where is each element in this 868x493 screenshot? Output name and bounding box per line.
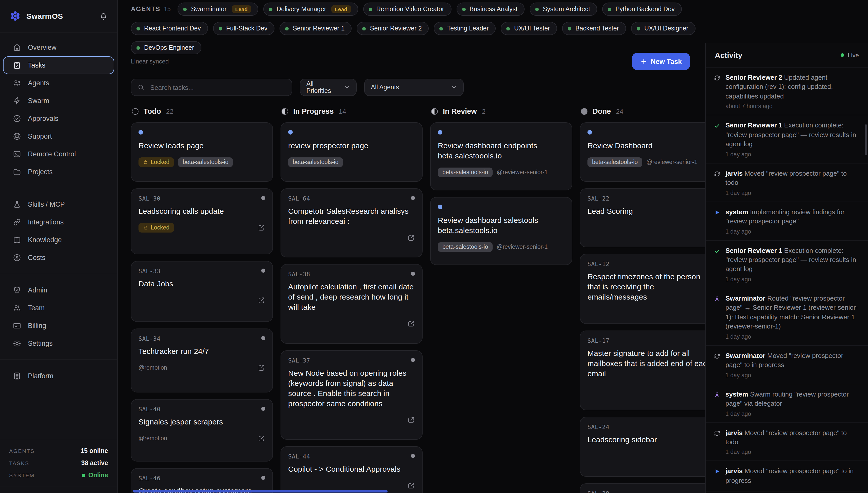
activity-play-icon <box>714 209 721 216</box>
agent-chip-system-architect[interactable]: System Architect <box>530 2 597 16</box>
agent-chip-python-backend-dev[interactable]: Python Backend Dev <box>602 2 682 16</box>
external-link-icon[interactable] <box>407 481 415 489</box>
agent-chip-remotion-video-creator[interactable]: Remotion Video Creator <box>363 2 451 16</box>
task-card[interactable]: SAL-29 <box>580 484 705 493</box>
card-id: SAL-34 <box>138 335 265 342</box>
task-card[interactable]: SAL-44Copilot - > Conditional Approvals <box>280 446 422 493</box>
search-input[interactable] <box>149 83 285 92</box>
task-card[interactable]: SAL-17Master signature to add for all ma… <box>580 330 705 410</box>
task-card[interactable]: SAL-40Signales jesper scrapers@remotion <box>131 399 273 462</box>
sidebar-item-team[interactable]: Team <box>3 299 114 317</box>
sidebar-item-label: Projects <box>28 168 53 176</box>
activity-item: Senior Reviewer 2 Updated agent configur… <box>706 67 868 115</box>
card-title: Autopilot calculation , first email date… <box>288 282 415 313</box>
sidebar-item-skills-mcp[interactable]: Skills / MCP <box>3 195 114 213</box>
task-card[interactable]: SAL-38Autopilot calculation , first emai… <box>280 264 422 344</box>
stat-label: AGENTS <box>9 448 35 454</box>
task-card[interactable]: SAL-64Competotr SalesResearch analisys f… <box>280 188 422 257</box>
terminal-icon <box>13 150 21 158</box>
agent-chip-testing-leader[interactable]: Testing Leader <box>434 22 496 35</box>
vertical-scrollbar[interactable] <box>865 124 867 155</box>
agent-chip-ux-ui-designer[interactable]: UX/UI Designer <box>631 22 695 35</box>
activity-actor: jarvis <box>726 429 743 436</box>
agent-chip-react-frontend-dev[interactable]: React Frontend Dev <box>131 22 208 35</box>
agent-chip-business-analyst[interactable]: Business Analyst <box>456 2 525 16</box>
agent-chip-backend-tester[interactable]: Backend Tester <box>562 22 626 35</box>
activity-panel: Activity Live Senior Reviewer 2 Updated … <box>705 43 868 493</box>
sidebar-item-remote-control[interactable]: Remote Control <box>3 145 114 163</box>
board-region: Linear synced New Task All Priorities <box>118 41 705 493</box>
agent-status-dot-icon <box>269 7 272 11</box>
new-task-button[interactable]: New Task <box>632 53 690 70</box>
sidebar-item-knowledge[interactable]: Knowledge <box>3 231 114 249</box>
task-card[interactable]: Review dashboard endpoints beta.salestoo… <box>430 122 572 190</box>
sidebar-item-settings[interactable]: Settings <box>3 335 114 352</box>
home-icon <box>13 43 21 52</box>
sidebar-item-support[interactable]: Support <box>3 127 114 145</box>
activity-item: Swarminator Moved "review prospector pag… <box>706 345 868 384</box>
card-title: Lead Scoring <box>588 206 705 216</box>
card-meta: @remotion <box>138 432 265 444</box>
task-card[interactable]: SAL-30Leadscoring calls updateLocked <box>131 188 273 254</box>
sidebar-item-admin[interactable]: Admin <box>3 281 114 299</box>
status-dot-blue <box>588 130 592 134</box>
card-badges: Locked <box>138 223 174 232</box>
external-link-icon[interactable] <box>258 224 265 231</box>
card-badges: beta-salestools-io@reviewer-senior-1 <box>438 242 548 252</box>
external-link-icon[interactable] <box>258 296 265 304</box>
task-card[interactable]: Review dashboard salestools beta.salesto… <box>430 197 572 265</box>
flask-icon <box>13 200 21 209</box>
task-card[interactable]: review prospector pagebeta-salestools-io <box>280 122 422 182</box>
task-card[interactable]: Review Dashboardbeta-salestools-io@revie… <box>580 122 705 182</box>
agent-chip-senior-reviewer-2[interactable]: Senior Reviewer 2 <box>357 22 429 35</box>
sidebar-item-approvals[interactable]: Approvals <box>3 110 114 127</box>
stat-value-text: Online <box>88 472 108 479</box>
sidebar-item-platform[interactable]: Platform <box>3 367 114 385</box>
agent-chip-ux-ui-tester[interactable]: UX/UI Tester <box>501 22 557 35</box>
sidebar-item-agents[interactable]: Agents <box>3 74 114 92</box>
sidebar-item-costs[interactable]: Costs <box>3 249 114 266</box>
task-card[interactable]: SAL-37New Node based on opening roles (k… <box>280 350 422 440</box>
agent-chip-name: UX/UI Designer <box>644 25 688 32</box>
agent-chip-senior-reviewer-1[interactable]: Senior Reviewer 1 <box>279 22 351 35</box>
activity-actor: system <box>726 390 748 398</box>
horizontal-scrollbar[interactable] <box>133 490 388 493</box>
activity-text: jarvis Moved "review prospector page" to… <box>726 169 860 188</box>
activity-text: jarvis Moved "review prospector page" to… <box>726 467 860 486</box>
agent-chip-delivery-manager[interactable]: Delivery ManagerLead <box>263 2 358 16</box>
project-tag: beta-salestools-io <box>438 167 493 177</box>
sidebar-item-projects[interactable]: Projects <box>3 163 114 181</box>
activity-time: 1 day ago <box>726 228 860 234</box>
card-title: New Node based on opening roles (keyword… <box>288 368 415 409</box>
external-link-icon[interactable] <box>407 234 415 241</box>
task-card[interactable]: SAL-22Lead Scoring <box>580 188 705 247</box>
task-card[interactable]: SAL-12Respect timezones of the person th… <box>580 254 705 324</box>
activity-actor: Swarminator <box>726 351 766 359</box>
sidebar-item-overview[interactable]: Overview <box>3 39 114 56</box>
agent-chip-swarminator[interactable]: SwarminatorLead <box>178 2 258 16</box>
agent-chip-full-stack-dev[interactable]: Full-Stack Dev <box>213 22 275 35</box>
sidebar-item-tasks[interactable]: Tasks <box>3 56 114 74</box>
external-link-icon[interactable] <box>258 434 265 442</box>
task-card[interactable]: SAL-24Leadscoring sidebar <box>580 417 705 477</box>
task-card[interactable]: SAL-33Data Jobs <box>131 261 273 322</box>
card-title: Master signature to add for all mailboxe… <box>588 348 705 379</box>
priority-select[interactable]: All Priorities <box>300 79 357 96</box>
bell-icon[interactable] <box>99 12 108 21</box>
column-header: In Progress14 <box>281 107 422 116</box>
task-card[interactable]: Review leads pageLockedbeta-salestools-i… <box>131 122 273 182</box>
column-todo: Todo22Review leads pageLockedbeta-salest… <box>131 107 273 493</box>
external-link-icon[interactable] <box>258 364 265 371</box>
sidebar-item-swarm[interactable]: Swarm <box>3 92 114 110</box>
toolbar: Linear synced New Task <box>131 53 690 70</box>
sidebar-item-integrations[interactable]: Integrations <box>3 213 114 231</box>
task-card[interactable]: SAL-46Create sandbox setup customers <box>131 468 273 493</box>
external-link-icon[interactable] <box>407 320 415 327</box>
agent-select[interactable]: All Agents <box>364 79 464 96</box>
task-card[interactable]: SAL-34Techtracker run 24/7@remotion <box>131 328 273 392</box>
live-dot-icon <box>841 53 844 57</box>
sidebar-item-billing[interactable]: Billing <box>3 317 114 335</box>
external-link-icon[interactable] <box>407 416 415 424</box>
agent-chip-name: Delivery Manager <box>276 5 326 13</box>
sidebar-stats: AGENTS15 onlineTASKS38 activeSYSTEMOnlin… <box>0 440 117 487</box>
